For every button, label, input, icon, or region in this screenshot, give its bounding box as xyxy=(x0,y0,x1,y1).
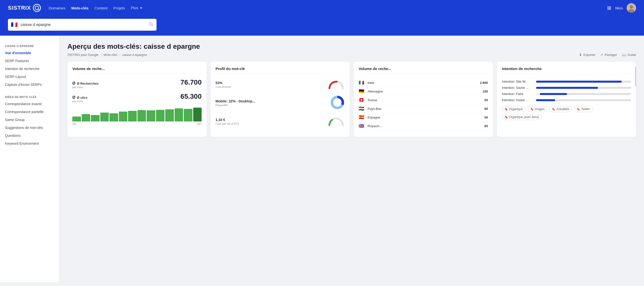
tag-pill-1[interactable]: 🔖Images xyxy=(528,106,547,112)
avg-searches-value: 76.700 xyxy=(180,78,202,86)
volume-countries-card: Volume de reche... 🇮🇹 Italie 2.900 🇩🇪 Al… xyxy=(354,62,493,137)
bar-3 xyxy=(100,113,109,121)
svg-line-1 xyxy=(38,9,39,10)
top-navigation: SISTRIX Domaines Mots-clés Content Proje… xyxy=(0,0,644,16)
tag-pill-3[interactable]: 🔖Twitter xyxy=(574,106,592,112)
sidebar-item-capture[interactable]: Capture d'écran SERPs xyxy=(0,81,59,89)
search-box: 🇫🇷 xyxy=(8,19,156,31)
avg-clicks-metric: Ø Ø clics par mois 65.300 xyxy=(72,92,202,103)
tag-pill-2[interactable]: 🔖Actualités xyxy=(549,106,572,112)
breadcrumb: SISTRIX pour Google › Mots-clés › caisse… xyxy=(67,53,636,57)
scrollbar[interactable] xyxy=(635,66,636,86)
country-flag-1: 🇩🇪 xyxy=(359,89,366,94)
share-icon: ↗ xyxy=(600,53,603,57)
help-icon[interactable]: ? xyxy=(536,92,538,96)
country-value-3: 60 xyxy=(484,107,488,111)
brand-logo[interactable]: SISTRIX xyxy=(8,4,41,12)
bar-11 xyxy=(174,108,183,121)
nav-mots-cles[interactable]: Mots-clés xyxy=(71,6,88,10)
tag-label-1: Images xyxy=(535,107,544,111)
bar-6 xyxy=(128,111,137,121)
brand-name: SISTRIX xyxy=(8,5,31,11)
search-button[interactable] xyxy=(148,22,154,28)
guide-button[interactable]: 📖 Guide xyxy=(622,53,636,57)
bar-13 xyxy=(193,108,202,121)
bar-12 xyxy=(184,109,192,121)
country-flag-2: 🇨🇭 xyxy=(359,97,366,103)
book-icon: 📖 xyxy=(622,53,626,57)
bar-1 xyxy=(82,114,90,121)
sidebar-item-vue-ensemble[interactable]: Vue d'ensemble xyxy=(0,49,59,57)
nav-content[interactable]: Content xyxy=(94,6,108,10)
tag-pill-4[interactable]: 🔖Organique (avec liens) xyxy=(502,114,542,120)
sidebar-item-serp-features[interactable]: SERP Features xyxy=(0,57,59,65)
sidebar-item-same-group[interactable]: Same Group xyxy=(0,116,59,124)
svg-point-3 xyxy=(630,5,633,9)
country-row-1: 🇩🇪 Allemagne 100 xyxy=(359,87,488,96)
grid-icon[interactable]: ⊞ xyxy=(607,5,611,11)
avatar[interactable] xyxy=(627,3,636,13)
breadcrumb-mots-cles[interactable]: Mots-clés xyxy=(104,53,118,57)
sidebar-item-questions[interactable]: Questions xyxy=(0,132,59,140)
sidebar-item-keyword-env[interactable]: Keyword Environment xyxy=(0,140,59,147)
volume-card-title: Volume de reche... xyxy=(72,66,202,74)
main-content: Aperçu des mots-clés: caisse d epargne S… xyxy=(60,36,644,282)
sidebar-item-suggestions[interactable]: Suggestions de mot-clés xyxy=(0,124,59,132)
tag-icon-0: 🔖 xyxy=(504,108,508,111)
tag-icon-2: 🔖 xyxy=(552,108,555,111)
intention-bar-bg-1 xyxy=(536,87,631,89)
country-name-1: Allemagne xyxy=(368,90,480,93)
sidebar-item-intention[interactable]: Intention de recherche xyxy=(0,65,59,73)
chart-label-end: Déc xyxy=(197,122,202,125)
nav-plus[interactable]: Plus ▾ xyxy=(131,6,142,10)
volume-countries-title: Volume de reche... xyxy=(359,66,488,74)
competition-label: Concurrence xyxy=(216,85,231,88)
svg-line-6 xyxy=(152,25,153,26)
competition-pct: 53% xyxy=(216,81,231,85)
search-input[interactable] xyxy=(20,22,146,27)
country-name-0: Italie xyxy=(368,81,478,85)
competition-gauge xyxy=(328,78,345,91)
avg-searches-metric: Ø Ø Recherches par mois 76.700 xyxy=(72,78,202,89)
download-icon: ⬇ xyxy=(579,53,582,57)
share-button[interactable]: ↗ Partager xyxy=(600,53,617,57)
avg-symbol-clicks: Ø xyxy=(72,95,75,100)
breadcrumb-sep-2: › xyxy=(120,53,120,57)
country-value-4: 50 xyxy=(484,116,488,119)
tag-pill-0[interactable]: 🔖Organique xyxy=(502,106,526,112)
country-value-5: 80 xyxy=(484,124,488,128)
nav-links: Domaines Mots-clés Content Projets Plus … xyxy=(49,6,142,10)
tag-icon-4: 🔖 xyxy=(504,116,508,119)
country-name-3: Pays-Bas xyxy=(368,107,482,111)
country-name-4: Espagne xyxy=(368,116,482,119)
sidebar-item-exacte[interactable]: Correspondance exacte xyxy=(0,100,59,108)
tag-label-4: Organique (avec liens) xyxy=(509,115,539,119)
intention-label-2: Intention: Faire xyxy=(502,92,534,96)
breadcrumb-sistrix[interactable]: SISTRIX pour Google xyxy=(67,53,98,57)
sidebar-item-serp-layout[interactable]: SERP-Layout xyxy=(0,73,59,81)
nav-domaines[interactable]: Domaines xyxy=(49,6,66,10)
intention-label-1: Intention: Savoir ... xyxy=(502,86,534,90)
intention-row-1: Intention: Savoir ... xyxy=(502,85,631,91)
user-name: Nico xyxy=(615,6,623,10)
bar-7 xyxy=(138,110,146,121)
country-value-0: 2.900 xyxy=(480,81,488,85)
sidebar-item-partielle[interactable]: Correspondance partielle xyxy=(0,108,59,116)
country-row-3: 🇳🇱 Pays-Bas 60 xyxy=(359,104,488,113)
chevron-down-icon: ▾ xyxy=(140,6,142,10)
country-row-0: 🇮🇹 Italie 2.900 xyxy=(359,78,488,87)
intention-card: Intention de recherche Intention: Site W… xyxy=(497,62,636,137)
intention-row-3: Intention: Visiter ... xyxy=(502,97,631,103)
devices-row: Mobile: 32% - Desktop... Dispositifs xyxy=(216,95,345,111)
country-flag-5: 🇬🇧 xyxy=(359,123,366,129)
export-button[interactable]: ⬇ Exporter xyxy=(579,53,596,57)
bar-8 xyxy=(147,110,155,121)
sidebar-ideas-title: IDÉES DE MOTS CLÉS xyxy=(0,92,59,100)
nav-projets[interactable]: Projets xyxy=(114,6,125,10)
breadcrumb-actions: ⬇ Exporter ↗ Partager 📖 Guide xyxy=(579,53,636,57)
country-flag[interactable]: 🇫🇷 xyxy=(11,21,18,28)
volume-bar-chart xyxy=(72,107,202,121)
avg-clicks-label: Ø clics xyxy=(77,96,88,99)
bar-0 xyxy=(72,117,81,121)
avg-clicks-value: 65.300 xyxy=(180,92,202,100)
